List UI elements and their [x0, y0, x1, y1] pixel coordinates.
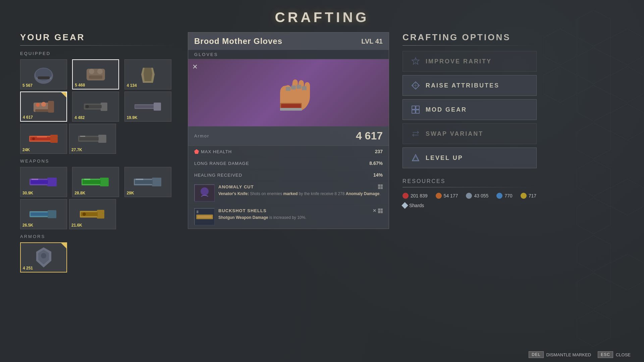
close-label: CLOSE [616, 352, 631, 357]
svg-point-25 [36, 103, 40, 107]
star-icon [411, 57, 420, 66]
armors-label: ARMORS [20, 234, 174, 239]
svg-rect-66 [291, 85, 296, 89]
list-item[interactable]: 27.7K [69, 124, 116, 154]
item-stats: Armor 4 617 MAX HEALTH 237 LONG RANGE DA… [188, 126, 389, 229]
level-up-button[interactable]: LEVEL UP [402, 147, 537, 168]
swap-variant-button[interactable]: SWAP VARIANT [402, 123, 537, 144]
svg-text:II: II [197, 210, 199, 214]
list-item[interactable]: 19.9K [124, 92, 171, 122]
svg-rect-54 [152, 178, 161, 186]
list-item[interactable]: 5 567 [20, 59, 67, 89]
svg-rect-40 [37, 136, 47, 137]
mod-content: ANOMALY CUT Venator's Knife: Shots on en… [218, 184, 383, 197]
svg-rect-58 [48, 210, 56, 218]
svg-point-21 [89, 69, 94, 74]
left-panel: YOUR GEAR EQUIPPED 5 567 [20, 32, 174, 351]
svg-rect-55 [135, 180, 153, 184]
item-value: 19.9K [127, 115, 138, 120]
svg-rect-47 [31, 180, 48, 184]
item-name: Brood Mother Gloves [194, 37, 282, 46]
resources-title: RESOURCES [402, 178, 537, 184]
svg-rect-46 [47, 178, 57, 186]
long-range-label: LONG RANGE DAMAGE [194, 161, 249, 166]
list-item[interactable]: 30.9K [20, 167, 67, 197]
list-item[interactable]: 21.6K [69, 199, 116, 229]
list-item[interactable]: 28.8K [72, 167, 119, 197]
resource-red-value: 201 839 [411, 193, 428, 198]
svg-rect-19 [38, 76, 50, 79]
item-value: 27.7K [71, 147, 82, 152]
list-item[interactable]: 4 482 [72, 92, 119, 122]
max-health-label: MAX HEALTH [194, 149, 232, 154]
svg-rect-86 [412, 106, 415, 109]
mod-gear-icon [411, 105, 420, 114]
improve-rarity-label: IMPROVE RARITY [426, 58, 492, 65]
wrench-icon: ✕ [192, 63, 198, 71]
item-image-area: ✕ [188, 59, 389, 126]
item-value: 5 567 [22, 83, 33, 88]
resource-gray-icon [466, 193, 472, 199]
resource-yellow-icon [521, 193, 527, 199]
long-range-value: 8.67% [369, 161, 383, 166]
crafting-options-title: CRAFTING OPTIONS [402, 32, 537, 43]
list-item[interactable]: 29K [124, 167, 171, 197]
item-card-header: Brood Mother Gloves LVL 41 [188, 33, 389, 50]
close-button[interactable]: ESC CLOSE [598, 351, 631, 358]
item-value: 26.5K [22, 223, 33, 228]
mod-gear-button[interactable]: MOD GEAR [402, 99, 537, 120]
mod-icon [194, 184, 214, 201]
level-up-label: LEVEL UP [426, 155, 463, 162]
list-item[interactable]: 4 617 [20, 92, 67, 122]
list-item[interactable]: 4 134 [124, 59, 171, 89]
svg-rect-51 [83, 180, 101, 184]
dismantle-button[interactable]: DEL DISMANTLE MARKED [529, 351, 591, 358]
resource-orange-value: 54 177 [444, 193, 458, 198]
level-up-icon [411, 153, 420, 163]
gear-divider [20, 45, 174, 46]
mod-icon: II [194, 208, 214, 225]
item-value: 21.6K [71, 223, 82, 228]
svg-rect-87 [416, 106, 419, 109]
weapons-grid: 30.9K 28.8K [20, 167, 174, 197]
svg-rect-44 [80, 136, 85, 137]
resource-shards-value: Shards [409, 203, 424, 208]
equipped-grid-row3: 24K 27.7K [20, 124, 116, 154]
item-value: 30.9K [22, 191, 33, 195]
item-value: 4 251 [23, 266, 33, 270]
resource-blue-value: 770 [504, 193, 512, 198]
del-key: DEL [529, 351, 543, 358]
improve-rarity-button[interactable]: IMPROVE RARITY [402, 51, 537, 72]
list-item[interactable]: 4 251 [20, 242, 67, 273]
svg-rect-56 [136, 179, 143, 180]
svg-point-32 [86, 105, 89, 108]
item-value: 5 468 [75, 83, 85, 87]
resource-orange-icon [436, 193, 442, 199]
mod-name-text: BUCKSHOT SHELLS [218, 208, 267, 213]
svg-rect-42 [98, 135, 106, 143]
mod-gear-label: MOD GEAR [426, 106, 467, 113]
your-gear-title: YOUR GEAR [20, 32, 174, 43]
mod-icons: ✕ [373, 208, 383, 213]
swap-variant-label: SWAP VARIANT [426, 130, 483, 137]
raise-attributes-label: RAISE ATTRIBUTES [426, 82, 499, 89]
esc-key: ESC [598, 351, 613, 358]
svg-rect-68 [302, 86, 307, 90]
svg-rect-67 [297, 85, 301, 89]
raise-attributes-button[interactable]: RAISE ATTRIBUTES [402, 75, 537, 96]
mod-desc: Shotgun Weapon Damage is increased by 10… [218, 215, 383, 221]
equipped-grid: 5 567 5 468 [20, 59, 174, 89]
svg-rect-70 [281, 104, 301, 109]
list-item[interactable]: 5 468 [72, 59, 119, 89]
resource-item: 54 177 [436, 193, 458, 199]
dismantle-label: DISMANTLE MARKED [546, 352, 591, 357]
list-item[interactable]: 26.5K [20, 199, 67, 229]
mod-name: BUCKSHOT SHELLS ✕ [218, 208, 383, 213]
item-value: 4 617 [23, 115, 33, 120]
svg-point-39 [32, 137, 35, 140]
health-icon [194, 149, 199, 154]
list-item[interactable]: 24K [20, 124, 67, 154]
crafting-divider [402, 45, 537, 46]
svg-rect-35 [135, 105, 154, 108]
svg-rect-50 [100, 178, 109, 186]
